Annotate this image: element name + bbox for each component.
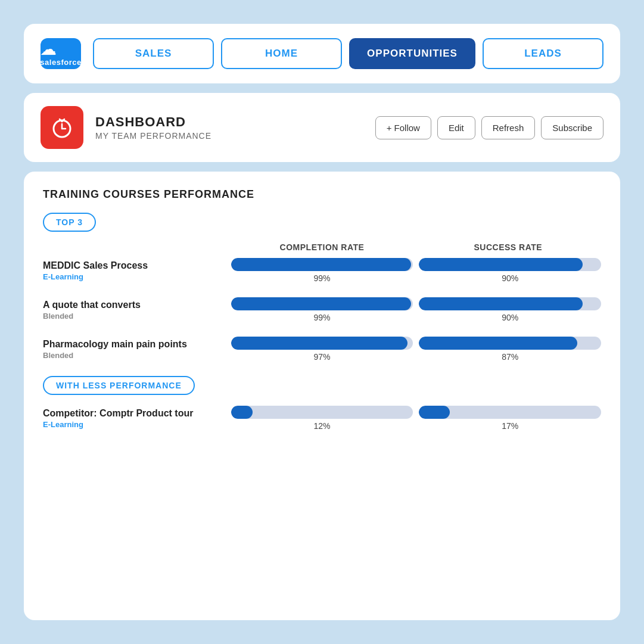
low-performance-badge[interactable]: WITH LESS PERFORMANCE (43, 376, 195, 395)
success-bar-track (419, 406, 601, 419)
completion-bar-cell: 12% (231, 406, 413, 431)
success-bar-fill (419, 337, 577, 350)
action-btn-edit[interactable]: Edit (437, 116, 475, 139)
course-name: A quote that converts (43, 300, 219, 310)
dashboard-icon-bg (41, 106, 83, 149)
success-bar-cell: 90% (419, 297, 601, 322)
salesforce-logo: ☁ salesforce (41, 38, 81, 69)
success-bar-track (419, 258, 601, 271)
nav-card: ☁ salesforce SALESHOMEOPPORTUNITIESLEADS (24, 24, 620, 83)
table-row: Competitor: Comptr Product tourE-Learnin… (43, 406, 601, 431)
completion-pct: 12% (313, 421, 330, 431)
dashboard-actions: + FollowEditRefreshSubscribe (375, 116, 603, 139)
success-pct: 90% (502, 273, 518, 283)
action-btn-subscribe[interactable]: Subscribe (541, 116, 603, 139)
nav-btn-leads[interactable]: LEADS (483, 38, 603, 69)
course-type: Blended (43, 351, 219, 360)
completion-bar-fill (231, 258, 412, 271)
course-info: MEDDIC Sales ProcessE-Learning (43, 260, 225, 281)
table-row: MEDDIC Sales ProcessE-Learning99%90% (43, 258, 601, 283)
completion-bar-cell: 99% (231, 297, 413, 322)
completion-pct: 99% (313, 313, 330, 322)
low-courses-list: Competitor: Comptr Product tourE-Learnin… (43, 406, 601, 431)
nav-buttons: SALESHOMEOPPORTUNITIESLEADS (93, 38, 603, 69)
dashboard-title: DASHBOARD (95, 114, 363, 130)
nav-btn-home[interactable]: HOME (221, 38, 342, 69)
success-bar-cell: 87% (419, 337, 601, 362)
success-bar-track (419, 337, 601, 350)
success-bar-fill (419, 258, 583, 271)
course-info: A quote that convertsBlended (43, 300, 225, 321)
section-title: TRAINING COURSES PERFORMANCE (43, 188, 601, 201)
course-type: E-Learning (43, 272, 219, 281)
course-info: Competitor: Comptr Product tourE-Learnin… (43, 408, 225, 429)
completion-bar-cell: 97% (231, 337, 413, 362)
completion-bar-cell: 99% (231, 258, 413, 283)
course-type: E-Learning (43, 420, 219, 429)
top-courses-list: MEDDIC Sales ProcessE-Learning99%90%A qu… (43, 258, 601, 362)
table-row: Pharmacology main pain pointsBlended97%8… (43, 337, 601, 362)
success-pct: 17% (502, 421, 518, 431)
dashboard-subtitle: MY TEAM PERFORMANCE (95, 131, 363, 141)
completion-bar-track (231, 406, 413, 419)
completion-pct: 97% (313, 352, 330, 362)
success-bar-fill (419, 406, 450, 419)
top3-badge[interactable]: TOP 3 (43, 213, 96, 232)
success-pct: 90% (502, 313, 518, 322)
app-container: ☁ salesforce SALESHOMEOPPORTUNITIESLEADS… (0, 0, 644, 644)
success-col-header: SUCCESS RATE (415, 242, 601, 252)
nav-btn-sales[interactable]: SALES (93, 38, 214, 69)
completion-bar-fill (231, 297, 412, 310)
cloud-icon: ☁ (40, 41, 81, 58)
success-pct: 87% (502, 352, 518, 362)
completion-bar-fill (231, 406, 253, 419)
main-card: TRAINING COURSES PERFORMANCE TOP 3 COURS… (24, 172, 620, 620)
success-bar-fill (419, 297, 583, 310)
course-info: Pharmacology main pain pointsBlended (43, 339, 225, 360)
success-bar-cell: 90% (419, 258, 601, 283)
action-btn---follow[interactable]: + Follow (375, 116, 431, 139)
completion-bar-track (231, 337, 413, 350)
stopwatch-icon (50, 116, 74, 139)
completion-bar-track (231, 297, 413, 310)
success-bar-cell: 17% (419, 406, 601, 431)
success-bar-track (419, 297, 601, 310)
nav-btn-opportunities[interactable]: OPPORTUNITIES (349, 38, 475, 69)
table-header: COURSE COMPLETION RATE SUCCESS RATE (43, 242, 601, 252)
completion-bar-track (231, 258, 413, 271)
table-row: A quote that convertsBlended99%90% (43, 297, 601, 322)
action-btn-refresh[interactable]: Refresh (481, 116, 536, 139)
completion-col-header: COMPLETION RATE (229, 242, 415, 252)
course-name: Pharmacology main pain points (43, 339, 219, 350)
course-name: MEDDIC Sales Process (43, 260, 219, 271)
course-name: Competitor: Comptr Product tour (43, 408, 219, 419)
completion-pct: 99% (313, 273, 330, 283)
course-type: Blended (43, 312, 219, 321)
logo-text: salesforce (40, 58, 81, 67)
dashboard-title-block: DASHBOARD MY TEAM PERFORMANCE (95, 114, 363, 141)
completion-bar-fill (231, 337, 408, 350)
dashboard-card: DASHBOARD MY TEAM PERFORMANCE + FollowEd… (24, 93, 620, 162)
